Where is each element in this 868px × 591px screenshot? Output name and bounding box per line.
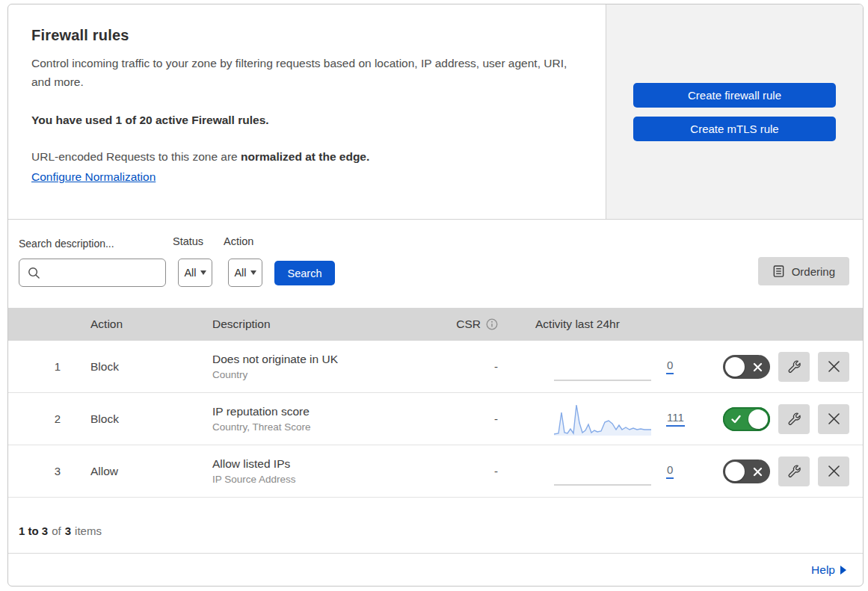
delete-rule-button[interactable] [818,352,849,382]
wrench-icon [787,359,802,374]
wrench-icon [787,411,802,427]
check-icon [730,414,742,427]
column-header-csr: CSR [456,318,481,331]
configure-normalization-link[interactable]: Configure Normalization [31,170,156,184]
close-icon [827,412,841,426]
page-title: Firewall rules [31,27,576,44]
actions-panel: Create firewall rule Create mTLS rule [606,4,863,219]
delete-rule-button[interactable] [818,457,849,486]
pagination-items: items [75,525,102,537]
ordering-button[interactable]: Ordering [758,257,849,285]
table-row: 3 Allow Allow listed IPs IP Source Addre… [8,445,863,498]
rule-action: Block [76,360,205,374]
search-input[interactable] [46,267,159,279]
search-field[interactable] [19,259,166,287]
delete-rule-button[interactable] [818,404,849,434]
column-header-action: Action [76,318,205,331]
usage-text: You have used 1 of 20 active Firewall ru… [31,114,576,127]
rule-criteria: Country, Threat Score [212,421,452,433]
activity-count-link[interactable]: 0 [666,463,674,479]
activity-count-link[interactable]: 111 [666,411,685,427]
firewall-rules-card: Firewall rules Control incoming traffic … [7,4,864,587]
action-dropdown-value: All [234,267,246,279]
edit-rule-button[interactable] [778,457,810,486]
activity-count-link[interactable]: 0 [666,359,674,374]
edit-rule-button[interactable] [778,352,810,382]
create-firewall-rule-button[interactable]: Create firewall rule [633,83,836,108]
rule-enabled-toggle[interactable] [723,407,770,431]
activity-sparkline [554,403,651,436]
search-description-label: Search description... [19,238,114,250]
create-mtls-rule-button[interactable]: Create mTLS rule [633,117,836,141]
activity-sparkline [554,455,651,488]
rule-description: Allow listed IPs [212,457,452,471]
normalization-text: URL-encoded Requests to this zone are [31,150,241,163]
page-description: Control incoming traffic to your zone by… [31,55,570,92]
action-label: Action [224,235,253,247]
status-dropdown-value: All [184,267,196,279]
rule-description: Does not originate in UK [212,353,452,366]
chevron-down-icon [200,270,206,275]
normalization-line: URL-encoded Requests to this zone are no… [31,150,576,164]
table-row: 1 Block Does not originate in UK Country… [8,341,863,393]
edit-rule-button[interactable] [778,404,810,434]
rule-priority: 2 [55,412,76,425]
rules-table-body: 1 Block Does not originate in UK Country… [8,341,863,498]
pagination: 1 to 3 of 3 items [8,498,863,554]
search-icon [28,267,40,279]
status-dropdown[interactable]: All [178,259,212,287]
rule-enabled-toggle[interactable] [723,460,770,483]
rule-priority: 3 [55,465,76,477]
chevron-down-icon [250,270,256,275]
rule-action: Block [76,412,205,426]
column-header-description: Description [205,318,452,331]
info-icon[interactable] [486,318,498,330]
rule-action: Allow [76,465,205,478]
status-label: Status [173,235,203,247]
normalization-bold: normalized at the edge. [241,150,369,163]
table-row: 2 Block IP reputation score Country, Thr… [8,393,863,445]
help-link-label: Help [811,563,835,577]
activity-sparkline [554,350,651,383]
x-icon [753,466,763,480]
rule-csr-value: - [494,360,528,373]
action-dropdown[interactable]: All [228,259,262,287]
toggle-knob [748,409,768,429]
help-link[interactable]: Help [811,563,846,577]
rule-criteria: IP Source Address [212,474,452,485]
rule-csr-value: - [494,465,528,477]
pagination-range: 1 to 3 [19,525,48,537]
close-icon [827,464,841,478]
rule-criteria: Country [212,369,452,380]
toggle-knob [725,462,745,481]
chevron-right-icon [840,566,846,575]
help-row: Help [8,554,863,586]
search-button[interactable]: Search [274,261,335,285]
rule-csr-value: - [494,412,528,425]
overview-text: Firewall rules Control incoming traffic … [8,4,606,219]
overview-section: Firewall rules Control incoming traffic … [8,4,863,220]
x-icon [753,362,763,375]
wrench-icon [787,463,802,479]
close-icon [827,359,841,374]
pagination-of: of [52,525,61,537]
table-header: Action Description CSR Activity last 24h… [8,308,863,341]
toggle-knob [725,357,745,377]
ordering-button-label: Ordering [792,265,835,278]
rule-description: IP reputation score [212,405,452,418]
rule-priority: 1 [55,360,76,373]
pagination-total: 3 [65,525,71,537]
rule-enabled-toggle[interactable] [723,355,770,379]
ordering-icon [772,264,785,278]
column-header-activity: Activity last 24hr [528,318,718,331]
filter-bar: Search description... Status All Action … [8,220,863,308]
